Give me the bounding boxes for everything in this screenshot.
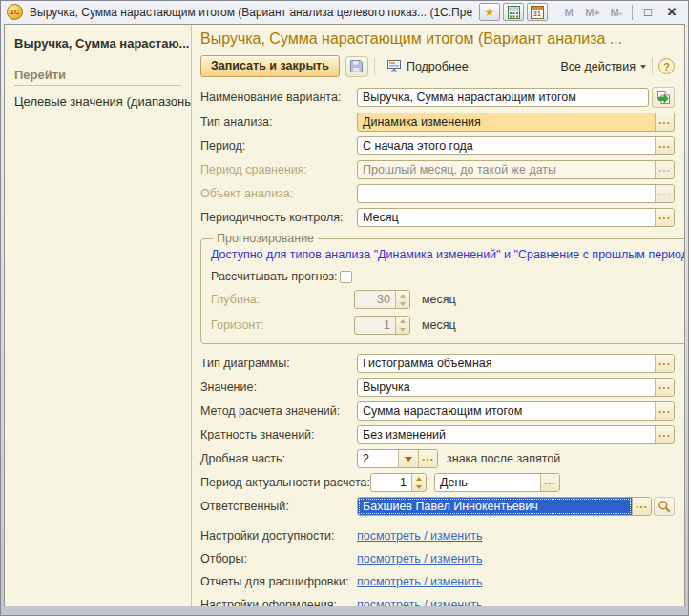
favorites-button[interactable]: ★ — [479, 3, 500, 21]
analysis-type-label: Тип анализа: — [200, 115, 357, 129]
variant-name-input[interactable]: Выручка, Сумма нарастающим итогом — [357, 88, 649, 107]
toolbar-separator — [652, 58, 653, 75]
analysis-object-value — [358, 185, 655, 202]
access-settings-link[interactable]: посмотреть / изменить — [357, 529, 483, 543]
calc-method-choose-button[interactable]: ... — [655, 402, 674, 420]
filters-link[interactable]: посмотреть / изменить — [357, 552, 483, 565]
period-value: С начала этого года — [358, 137, 655, 154]
responsible-search-button[interactable] — [654, 497, 675, 516]
depth-value: 30 — [355, 291, 395, 308]
depth-spin-buttons — [395, 291, 409, 308]
analysis-type-value: Динамика изменения — [358, 113, 655, 131]
calc-forecast-label: Рассчитывать прогноз: — [211, 270, 337, 283]
save-button[interactable] — [345, 56, 368, 77]
multiplicity-input[interactable]: Без изменений ... — [357, 425, 675, 444]
copy-arrow-icon — [656, 90, 671, 105]
control-periodicity-choose-button[interactable]: ... — [655, 209, 674, 226]
control-periodicity-label: Периодичность контроля: — [200, 211, 357, 224]
calendar-button[interactable]: 31 — [527, 3, 548, 21]
titlebar-separator — [553, 5, 553, 20]
calc-forecast-checkbox[interactable] — [340, 271, 352, 283]
save-and-close-button[interactable]: Записать и закрыть — [200, 55, 340, 77]
multiplicity-choose-button[interactable]: ... — [655, 426, 674, 443]
responsible-choose-button[interactable]: ... — [632, 498, 651, 515]
window-title: Выручка, Сумма нарастающим итогом (Вариа… — [30, 6, 472, 19]
1c-logo-icon: 1С — [7, 4, 23, 20]
magnifier-icon — [658, 500, 671, 513]
appearance-settings-link[interactable]: посмотреть / изменить — [357, 598, 483, 606]
window-content: Выручка, Сумма нарастаю... Перейти Целев… — [4, 24, 685, 606]
presentation-icon — [386, 59, 402, 73]
calc-method-value: Сумма нарастающим итогом — [358, 402, 655, 420]
fraction-value: 2 — [358, 450, 398, 467]
sidebar: Выручка, Сумма нарастаю... Перейти Целев… — [5, 25, 192, 606]
memory-subtract-button[interactable]: M- — [606, 7, 627, 18]
control-periodicity-input[interactable]: Месяц ... — [357, 208, 675, 227]
variant-name-value: Выручка, Сумма нарастающим итогом — [358, 89, 648, 106]
actuality-unit-input[interactable]: День ... — [434, 473, 560, 492]
fraction-combo[interactable]: 2 ... — [357, 449, 438, 468]
value-input[interactable]: Выручка ... — [357, 378, 675, 397]
multilanguage-edit-button[interactable] — [652, 87, 675, 108]
form-panel: Выручка, Сумма нарастающим итогом (Вариа… — [192, 25, 684, 606]
fraction-dropdown-button[interactable] — [398, 450, 418, 467]
value-value: Выручка — [358, 379, 655, 396]
period-input[interactable]: С начала этого года ... — [357, 136, 675, 155]
memory-recall-button[interactable]: M — [558, 7, 579, 18]
save-icon — [349, 59, 364, 73]
calendar-icon: 31 — [531, 6, 544, 19]
period-label: Период: — [200, 139, 357, 153]
horizon-unit: месяц — [422, 318, 456, 332]
actuality-spin-buttons[interactable] — [411, 474, 426, 491]
value-choose-button[interactable]: ... — [655, 379, 674, 396]
responsible-input[interactable]: Бахшиев Павел Иннокентьевич ... — [357, 497, 652, 516]
actuality-spinner[interactable]: 1 — [370, 473, 427, 492]
decode-reports-link[interactable]: посмотреть / изменить — [357, 575, 483, 588]
calc-method-input[interactable]: Сумма нарастающим итогом ... — [357, 401, 675, 421]
sidebar-section-goto: Перейти — [14, 68, 181, 86]
close-button[interactable]: ✕ — [661, 5, 682, 19]
responsible-label: Ответственный: — [200, 500, 357, 513]
horizon-label: Горизонт: — [211, 318, 354, 332]
analysis-object-input: ... — [357, 184, 675, 203]
analysis-type-choose-button[interactable]: ... — [655, 113, 674, 131]
forecast-group-title: Прогнозирование — [213, 232, 318, 245]
fraction-choose-button[interactable]: ... — [418, 450, 437, 467]
analysis-type-input[interactable]: Динамика изменения ... — [357, 113, 675, 132]
responsible-value: Бахшиев Павел Иннокентьевич — [358, 498, 632, 515]
depth-label: Глубина: — [211, 293, 354, 306]
variant-name-label: Наименование варианта: — [200, 91, 357, 104]
multiplicity-value: Без изменений — [358, 426, 655, 443]
calculator-button[interactable] — [503, 3, 524, 21]
control-periodicity-value: Месяц — [358, 209, 655, 226]
period-choose-button[interactable]: ... — [655, 137, 674, 154]
actuality-label: Период актуальности расчета: — [200, 476, 370, 489]
filters-label: Отборы: — [200, 552, 357, 565]
maximize-button[interactable]: □ — [637, 5, 658, 19]
sidebar-item-target-values[interactable]: Целевые значения (диапазоны) — [14, 94, 181, 109]
depth-spinner: 30 — [354, 290, 410, 309]
fraction-suffix: знака после запятой — [447, 452, 560, 465]
dropdown-arrow-icon — [405, 457, 412, 462]
horizon-spin-buttons — [395, 317, 409, 334]
value-label: Значение: — [200, 380, 357, 394]
actuality-unit-choose-button[interactable]: ... — [540, 474, 559, 491]
all-actions-button[interactable]: Все действия — [560, 60, 646, 73]
details-button[interactable]: Подробнее — [381, 58, 474, 74]
forecast-info-text: Доступно для типов анализа "Динамика изм… — [211, 248, 684, 261]
decode-reports-label: Отчеты для расшифровки: — [200, 575, 357, 588]
compare-period-value: Прошлый месяц, до такой же даты — [358, 161, 655, 178]
chart-type-choose-button[interactable]: ... — [655, 355, 674, 372]
chart-type-input[interactable]: Гистограмма объемная ... — [357, 354, 675, 373]
app-window: 1С Выручка, Сумма нарастающим итогом (Ва… — [0, 0, 689, 616]
forecast-group: Прогнозирование Доступно для типов анали… — [200, 232, 684, 344]
actuality-unit-value: День — [435, 474, 540, 491]
help-button[interactable]: ? — [658, 58, 675, 74]
chart-type-label: Тип диаграммы: — [200, 357, 357, 370]
details-label: Подробнее — [407, 60, 469, 73]
spin-up-icon — [400, 294, 406, 298]
memory-add-button[interactable]: M+ — [582, 7, 603, 18]
fraction-label: Дробная часть: — [200, 452, 357, 465]
titlebar-separator — [632, 5, 633, 20]
all-actions-label: Все действия — [560, 60, 636, 73]
